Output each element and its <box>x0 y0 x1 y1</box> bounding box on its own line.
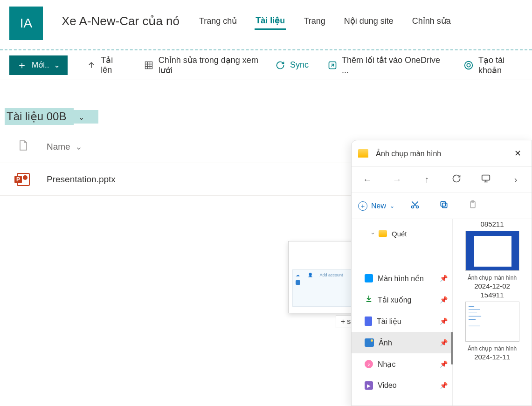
add-shortcut-label: Thêm lối tắt vào OneDrive ... <box>342 55 445 75</box>
tree-item-music[interactable]: ♪ Nhạc 📌 <box>352 353 452 375</box>
cut-button[interactable] <box>407 200 423 212</box>
close-button[interactable]: ✕ <box>511 146 525 160</box>
nav-pages[interactable]: Trang <box>303 14 326 29</box>
download-icon <box>365 295 373 305</box>
chevron-down-icon: ⌄ <box>390 203 394 209</box>
file-item[interactable]: Ảnh chụp màn hình 2024-12-02 154911 <box>456 231 528 299</box>
explorer-nav: ← → ↑ › <box>352 166 532 193</box>
create-account-label: Tạo tài khoản <box>478 55 527 76</box>
nav-pc-button[interactable] <box>477 173 495 186</box>
desktop-icon <box>365 274 373 282</box>
nav-back-button[interactable]: ← <box>358 174 377 185</box>
video-icon: ▶ <box>365 381 373 390</box>
site-header: IA Xe A-New-Car của nó Trang chủ Tài liệ… <box>0 0 532 42</box>
library-title[interactable]: Tài liệu 00B <box>5 108 74 125</box>
site-logo[interactable]: IA <box>9 7 43 40</box>
pictures-icon <box>365 338 374 347</box>
explorer-cmdbar: + New ⌄ <box>352 193 532 219</box>
tree-item-documents[interactable]: Tài liệu 📌 <box>352 310 452 332</box>
explorer-new-button[interactable]: + New ⌄ <box>358 201 394 211</box>
new-button[interactable]: ＋ Mới.. ⌄ <box>9 55 68 75</box>
chevron-down-icon: ⌄ <box>75 141 83 152</box>
nav-up-button[interactable]: ↑ <box>417 174 436 185</box>
tree-label: Màn hình nền <box>378 274 424 283</box>
svg-point-5 <box>416 206 419 208</box>
file-name: Presentation.pptx <box>47 174 116 185</box>
tree-label: Video <box>378 381 397 390</box>
sync-label: Sync <box>290 60 309 70</box>
library-title-row: Tài liệu 00B ⌄ <box>5 108 532 125</box>
pin-icon: 📌 <box>440 275 448 282</box>
nav-more-button[interactable]: › <box>506 174 525 185</box>
file-item[interactable]: ━━━━━━━━━━━━━━━━━━━━━━━━━━━━━━━━━━━━━━━━… <box>456 302 528 361</box>
explorer-new-label: New <box>371 202 386 210</box>
tree-label: Tải xuống <box>378 296 411 304</box>
file-name-cell[interactable]: Presentation.pptx <box>47 174 373 185</box>
item-date: 2024-12-02 <box>456 282 528 290</box>
col-type-header[interactable] <box>0 140 47 153</box>
svg-rect-7 <box>441 201 445 206</box>
site-title[interactable]: Xe A-New-Car của nó <box>62 14 180 28</box>
thumbnail: ━━━━━━━━━━━━━━━━━━━━━━━━━━━━━━━━━━━━━━━━ <box>465 302 519 342</box>
drag-preview: ☁ 👤 Add account <box>288 241 360 313</box>
pin-icon: 📌 <box>440 382 448 389</box>
copy-button[interactable] <box>435 200 452 212</box>
svg-point-4 <box>412 206 414 208</box>
create-account-button[interactable]: Tạo tài khoản <box>463 55 527 76</box>
command-bar: ＋ Mới.. ⌄ Tải lên Chỉnh sửa trong dạng x… <box>0 50 532 80</box>
thumbnail <box>465 231 519 271</box>
col-name-header[interactable]: Name ⌄ <box>47 141 373 152</box>
add-shortcut-button[interactable]: Thêm lối tắt vào OneDrive ... <box>327 55 445 75</box>
sync-button[interactable]: Sync <box>275 60 309 70</box>
explorer-items-pane[interactable]: 085211 Ảnh chụp màn hình 2024-12-02 1549… <box>452 219 532 406</box>
col-name-label: Name <box>47 142 70 152</box>
powerpoint-icon <box>17 173 30 186</box>
nav-site-contents[interactable]: Nội dung site <box>343 13 394 29</box>
pin-icon: 📌 <box>440 317 448 325</box>
tree-item-scan[interactable]: › Quét <box>352 223 452 244</box>
tree-item-pictures[interactable]: Ảnh 📌 <box>352 332 452 353</box>
folder-icon <box>379 230 387 237</box>
item-caption: Ảnh chụp màn hình <box>456 345 528 352</box>
item-id-cutoff: 085211 <box>456 220 528 228</box>
file-explorer-window: Ảnh chụp màn hình ✕ ← → ↑ › + New ⌄ <box>351 140 532 406</box>
pin-icon: 📌 <box>440 339 448 346</box>
paste-button[interactable] <box>464 200 481 212</box>
grid-icon <box>144 60 154 70</box>
plus-icon: ＋ <box>17 58 27 72</box>
sync-icon <box>275 60 285 70</box>
tree-scrollbar[interactable] <box>451 332 453 365</box>
explorer-tree: › Quét Màn hình nền 📌 Tải xuống 📌 Tài li… <box>352 219 452 406</box>
tree-item-desktop[interactable]: Màn hình nền 📌 <box>352 268 452 289</box>
file-type-icon <box>19 140 28 153</box>
ghost-add-account: Add account <box>320 273 343 277</box>
item-date: 2024-12-11 <box>456 353 528 361</box>
edit-grid-button[interactable]: Chỉnh sửa trong dạng xem lưới <box>144 55 269 76</box>
nav-edit[interactable]: Chỉnh sửa <box>411 13 452 29</box>
explorer-body: › Quét Màn hình nền 📌 Tải xuống 📌 Tài li… <box>352 219 532 406</box>
music-icon: ♪ <box>365 360 373 368</box>
file-icon-cell <box>0 173 47 186</box>
tree-item-video[interactable]: ▶ Video 📌 <box>352 375 452 396</box>
svg-rect-0 <box>145 62 152 69</box>
nav-documents[interactable]: Tài liệu <box>255 13 286 30</box>
drag-preview-content: ☁ 👤 Add account <box>292 269 356 307</box>
nav-refresh-button[interactable] <box>447 174 466 186</box>
library-dropdown[interactable]: ⌄ <box>74 110 98 124</box>
nav-home[interactable]: Trang chủ <box>198 13 238 29</box>
svg-point-2 <box>465 61 473 69</box>
chevron-down-icon: ⌄ <box>78 113 84 121</box>
new-button-label: Mới.. <box>32 60 49 70</box>
svg-rect-6 <box>442 203 447 208</box>
explorer-titlebar[interactable]: Ảnh chụp màn hình ✕ <box>352 140 532 166</box>
nav-forward-button[interactable]: → <box>388 174 407 185</box>
edit-grid-label: Chỉnh sửa trong dạng xem lưới <box>159 55 269 76</box>
document-icon <box>365 317 372 326</box>
plus-circle-icon: + <box>358 201 367 211</box>
power-ic <box>463 60 474 70</box>
tree-item-downloads[interactable]: Tải xuống 📌 <box>352 289 452 310</box>
item-caption: Ảnh chụp màn hình <box>456 275 528 281</box>
shortcut-icon <box>327 60 337 70</box>
pin-icon: 📌 <box>440 296 448 303</box>
upload-button[interactable]: Tải lên <box>86 55 125 75</box>
